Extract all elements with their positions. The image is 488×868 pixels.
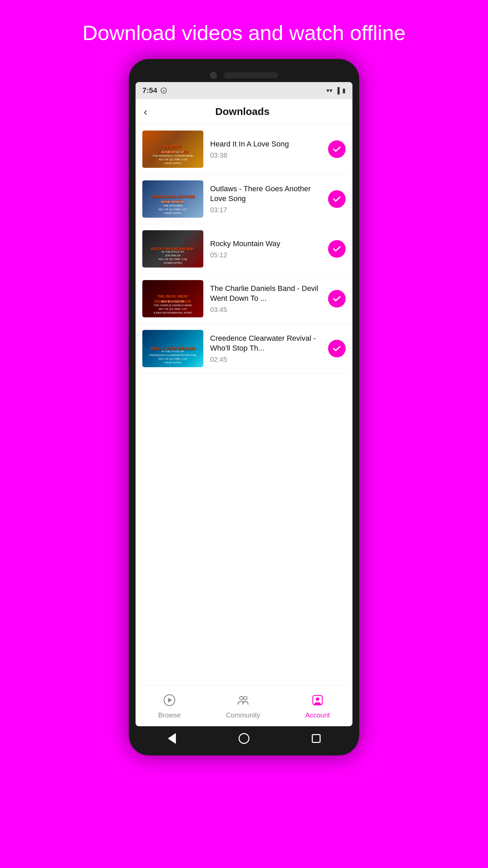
svg-point-2: [240, 696, 243, 700]
item-duration-4: 03:45: [210, 306, 321, 314]
item-info-5: Creedence Clearwater Revival - Who'll St…: [210, 334, 321, 363]
thumb-sub-2: IN THE STYLE OFTHE OUTLAWSKEY OF (G) TIM…: [145, 200, 200, 215]
thumb-sub-5: IN THE STYLE OFCREEDENCE CLEARWATER REVI…: [145, 350, 200, 365]
page-header-text: Download videos and watch offline: [0, 0, 488, 59]
phone-bottom-bar: [136, 726, 352, 749]
recents-hardware-button[interactable]: [309, 732, 323, 745]
svg-point-5: [316, 697, 319, 701]
page-title: Downloads: [154, 106, 331, 117]
check-icon-3: [328, 240, 346, 258]
check-icon-4: [328, 290, 346, 308]
thumbnail-2: THERE GOES ANOTHERLOVE SONG IN THE STYLE…: [142, 180, 203, 218]
download-item-5[interactable]: WHO'LL STOP THE RAIN IN THE STYLE OFCREE…: [136, 324, 352, 374]
home-hardware-button[interactable]: [237, 732, 251, 745]
item-title-5: Creedence Clearwater Revival - Who'll St…: [210, 334, 321, 353]
nav-item-browse[interactable]: Browse: [158, 692, 181, 719]
nav-item-community[interactable]: Community: [226, 692, 260, 719]
page-background: Download videos and watch offline 7:54 ●…: [0, 0, 488, 755]
phone-wrapper: 7:54 ● ▾▾ ▐ ▮ ‹ Downloads HEARD: [129, 59, 359, 755]
thumbnail-5: WHO'LL STOP THE RAIN IN THE STYLE OFCREE…: [142, 330, 203, 367]
download-item-1[interactable]: HEARD ITIN A LOVE SONG IN THE STYLE OFTH…: [136, 124, 352, 174]
thumb-sub-3: IN THE STYLE OFJOE WALSHKEY OF (E) TIME:…: [145, 250, 200, 265]
thumb-sub-4: IN THE STYLE OFTHE CHARLIE DANIELS BANDK…: [145, 300, 200, 315]
community-icon: [235, 692, 251, 709]
phone-speaker: [224, 72, 278, 78]
downloads-list: HEARD ITIN A LOVE SONG IN THE STYLE OFTH…: [136, 124, 352, 686]
notification-icon: ●: [161, 87, 167, 94]
svg-point-3: [244, 696, 247, 700]
item-title-4: The Charlie Daniels Band - Devil Went Do…: [210, 284, 321, 303]
status-icons: ▾▾ ▐ ▮: [326, 87, 346, 94]
account-label: Account: [305, 711, 330, 719]
nav-item-account[interactable]: Account: [305, 692, 330, 719]
browse-label: Browse: [158, 711, 181, 719]
signal-icon: ▐: [335, 87, 340, 94]
thumbnail-4: THE DEVIL WENTDOWN TO GEORGIA IN THE STY…: [142, 280, 203, 317]
item-duration-2: 03:17: [210, 206, 321, 214]
item-title-2: Outlaws - There Goes Another Love Song: [210, 184, 321, 203]
item-title-3: Rocky Mountain Way: [210, 239, 321, 249]
top-bar: ‹ Downloads: [136, 99, 352, 124]
download-item-2[interactable]: THERE GOES ANOTHERLOVE SONG IN THE STYLE…: [136, 174, 352, 224]
browse-icon: [161, 692, 178, 709]
back-button[interactable]: ‹: [144, 106, 147, 117]
svg-marker-1: [168, 698, 172, 703]
item-title-1: Heard It In A Love Song: [210, 139, 321, 149]
check-icon-2: [328, 190, 346, 208]
battery-icon: ▮: [342, 87, 346, 94]
check-icon-5: [328, 340, 346, 357]
item-duration-1: 03:38: [210, 152, 321, 159]
status-bar: 7:54 ● ▾▾ ▐ ▮: [136, 82, 352, 99]
account-icon: [309, 692, 326, 709]
check-icon-1: [328, 140, 346, 158]
bottom-nav: Browse Community: [136, 686, 352, 726]
item-info-1: Heard It In A Love Song 03:38: [210, 139, 321, 160]
item-info-2: Outlaws - There Goes Another Love Song 0…: [210, 184, 321, 214]
thumb-sub-1: IN THE STYLE OFTHE MARSHALL TUCKER BANDK…: [145, 150, 200, 165]
status-time: 7:54: [142, 86, 157, 95]
community-label: Community: [226, 711, 260, 719]
item-duration-3: 05:12: [210, 251, 321, 259]
download-item-4[interactable]: THE DEVIL WENTDOWN TO GEORGIA IN THE STY…: [136, 274, 352, 324]
thumbnail-1: HEARD ITIN A LOVE SONG IN THE STYLE OFTH…: [142, 131, 203, 168]
phone-top-bar: [136, 66, 352, 82]
front-camera: [210, 72, 217, 79]
thumbnail-3: ROCKY MOUNTAIN WAY IN THE STYLE OFJOE WA…: [142, 230, 203, 268]
back-hardware-button[interactable]: [165, 732, 179, 745]
item-info-3: Rocky Mountain Way 05:12: [210, 239, 321, 259]
empty-space: [136, 374, 352, 441]
phone-screen: 7:54 ● ▾▾ ▐ ▮ ‹ Downloads HEARD: [136, 82, 352, 726]
item-duration-5: 02:45: [210, 356, 321, 363]
download-item-3[interactable]: ROCKY MOUNTAIN WAY IN THE STYLE OFJOE WA…: [136, 224, 352, 274]
wifi-icon: ▾▾: [326, 87, 332, 94]
item-info-4: The Charlie Daniels Band - Devil Went Do…: [210, 284, 321, 314]
